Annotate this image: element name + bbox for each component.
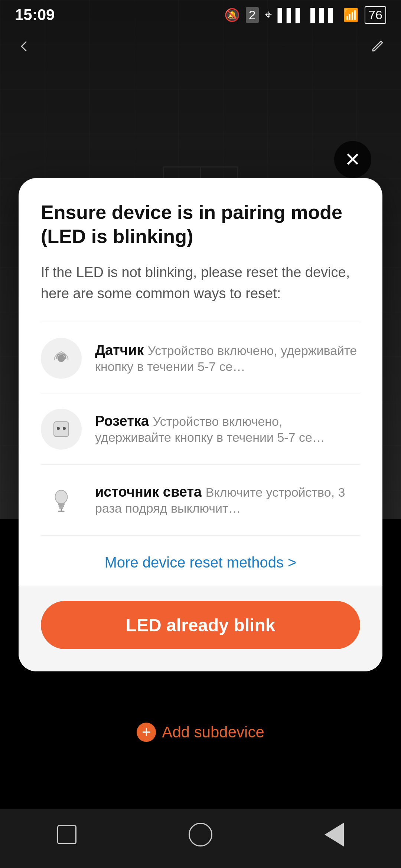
close-icon: ✕ <box>345 148 361 171</box>
svg-point-11 <box>55 490 68 504</box>
more-reset-methods-link[interactable]: More device reset methods > <box>41 536 360 586</box>
wifi-icon: 📶 <box>343 7 359 22</box>
socket-icon-container <box>41 409 82 450</box>
back-icon <box>325 823 344 846</box>
add-subdevice-icon: + <box>137 723 156 742</box>
bulb-icon <box>49 488 73 512</box>
alarm-off-icon: 🔕 <box>224 7 240 22</box>
add-subdevice-label: Add subdevice <box>162 723 264 741</box>
signal2-icon: ▌▌▌ <box>310 8 337 22</box>
status-time: 15:09 <box>15 6 55 24</box>
signal-icon: ▌▌▌ <box>278 8 304 22</box>
back-button[interactable] <box>15 37 33 59</box>
bulb-name: источник света Включите устройство, 3 ра… <box>95 484 360 516</box>
home-icon <box>189 823 212 846</box>
todo-icon: 2 <box>246 7 259 23</box>
bulb-info: источник света Включите устройство, 3 ра… <box>95 484 360 516</box>
modal-content: Ensure device is in pairing mode (LED is… <box>19 178 382 586</box>
modal-title: Ensure device is in pairing mode (LED is… <box>41 200 360 249</box>
svg-rect-14 <box>59 507 63 509</box>
add-subdevice-row[interactable]: + Add subdevice <box>0 723 401 742</box>
device-list: Датчик Устройство включено, удерживайте … <box>41 323 360 536</box>
svg-rect-8 <box>54 422 69 437</box>
bottom-area: + Add subdevice <box>0 723 401 742</box>
close-button[interactable]: ✕ <box>334 141 371 178</box>
sensor-name: Датчик Устройство включено, удерживайте … <box>95 342 360 374</box>
modal-subtitle: If the LED is not blinking, please reset… <box>41 262 360 304</box>
socket-icon <box>49 417 73 441</box>
sensor-icon <box>49 346 73 370</box>
sensor-info: Датчик Устройство включено, удерживайте … <box>95 342 360 374</box>
status-icons: 🔕 2 ⌖ ▌▌▌ ▌▌▌ 📶 76 <box>224 6 386 24</box>
svg-point-9 <box>57 427 60 430</box>
svg-rect-13 <box>59 505 64 507</box>
top-nav <box>0 30 401 67</box>
status-bar: 15:09 🔕 2 ⌖ ▌▌▌ ▌▌▌ 📶 76 <box>0 0 401 30</box>
svg-point-10 <box>63 427 66 430</box>
sensor-icon-container <box>41 338 82 379</box>
svg-point-7 <box>58 355 65 362</box>
bottom-nav-bar <box>0 809 401 868</box>
battery-icon: 76 <box>365 6 386 24</box>
recent-icon <box>57 825 76 844</box>
bulb-icon-container <box>41 480 82 520</box>
list-item[interactable]: Розетка Устройство включено, удерживайте… <box>41 394 360 465</box>
nav-back-button[interactable] <box>319 820 349 849</box>
modal-footer: LED already blink <box>19 586 382 671</box>
bluetooth-icon: ⌖ <box>265 7 272 22</box>
led-already-blink-button[interactable]: LED already blink <box>41 601 360 649</box>
socket-name: Розетка Устройство включено, удерживайте… <box>95 413 360 445</box>
list-item[interactable]: источник света Включите устройство, 3 ра… <box>41 465 360 536</box>
socket-info: Розетка Устройство включено, удерживайте… <box>95 413 360 445</box>
list-item[interactable]: Датчик Устройство включено, удерживайте … <box>41 323 360 394</box>
modal-card: Ensure device is in pairing mode (LED is… <box>19 178 382 671</box>
nav-home-button[interactable] <box>186 820 215 849</box>
edit-button[interactable] <box>368 37 386 59</box>
nav-recent-button[interactable] <box>52 820 82 849</box>
svg-rect-12 <box>58 503 65 505</box>
